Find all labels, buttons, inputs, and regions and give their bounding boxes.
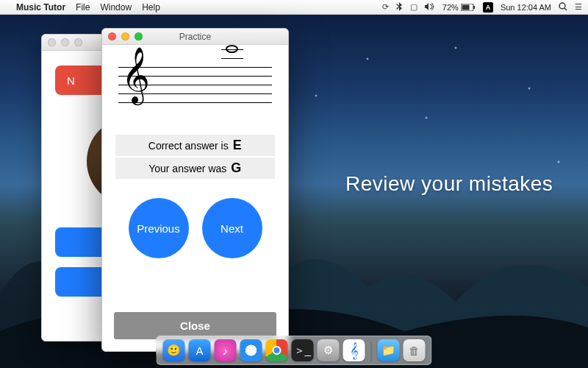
menu-help[interactable]: Help xyxy=(142,2,160,13)
dock-app-itunes[interactable]: ♪ xyxy=(215,339,237,361)
practice-window-titlebar[interactable]: Practice xyxy=(102,29,288,45)
gear-icon: ⚙ xyxy=(318,339,340,361)
svg-point-3 xyxy=(559,3,565,9)
spotlight-icon[interactable] xyxy=(559,2,567,13)
your-answer-value: G xyxy=(231,160,242,176)
macos-dock: 🙂 A ♪ ＞_ ⚙ 𝄞 📁 🗑 xyxy=(157,336,432,365)
appstore-icon: A xyxy=(189,339,211,361)
dock-app-chrome[interactable] xyxy=(266,339,288,361)
traffic-light-minimize[interactable] xyxy=(61,38,69,46)
app-menu[interactable]: Music Tutor xyxy=(16,2,65,13)
practice-window: Practice 𝄞 Correct answer is E Your answ… xyxy=(101,28,289,352)
dock-app-terminal[interactable]: ＞_ xyxy=(292,339,314,361)
menu-file[interactable]: File xyxy=(76,2,90,13)
notification-center-icon[interactable]: ☰ xyxy=(575,2,582,12)
terminal-icon: ＞_ xyxy=(292,339,314,361)
dock-app-musictutor[interactable]: 𝄞 xyxy=(343,339,365,361)
your-answer-row: Your answer was G xyxy=(115,158,275,179)
volume-icon[interactable] xyxy=(425,3,435,12)
traffic-light-zoom[interactable] xyxy=(74,38,82,46)
traffic-light-close[interactable] xyxy=(48,38,56,46)
marketing-tagline: Review your mistakes xyxy=(345,172,553,196)
svg-line-4 xyxy=(564,8,567,10)
airplay-icon[interactable]: ▢ xyxy=(410,2,417,12)
next-button[interactable]: Next xyxy=(202,198,262,258)
bluetooth-icon[interactable] xyxy=(396,2,403,13)
dock-app-sysprefs[interactable]: ⚙ xyxy=(318,339,340,361)
correct-answer-value: E xyxy=(233,138,243,153)
whole-note xyxy=(226,45,238,53)
input-source-indicator[interactable]: A xyxy=(483,2,493,13)
sync-icon[interactable]: ⟳ xyxy=(382,2,389,12)
music-staff-area: 𝄞 xyxy=(102,45,288,113)
previous-button-label: Previous xyxy=(137,222,179,235)
your-answer-label: Your answer was xyxy=(148,163,226,174)
battery-percent: 72% xyxy=(442,3,459,12)
main-red-button-label: N xyxy=(67,74,75,87)
traffic-light-zoom[interactable] xyxy=(135,32,143,40)
svg-rect-2 xyxy=(473,6,475,9)
close-button-label: Close xyxy=(180,319,210,332)
traffic-light-minimize[interactable] xyxy=(121,32,129,40)
correct-answer-label: Correct answer is xyxy=(148,140,229,152)
music-staff: 𝄞 xyxy=(118,57,272,108)
traffic-light-close[interactable] xyxy=(108,32,116,40)
folder-icon: 📁 xyxy=(378,339,400,361)
itunes-icon: ♪ xyxy=(215,339,237,361)
ledger-line xyxy=(221,58,243,59)
dock-app-finder[interactable]: 🙂 xyxy=(163,339,185,361)
dock-separator xyxy=(371,342,372,361)
answer-feedback: Correct answer is E Your answer was G xyxy=(115,135,275,180)
previous-button[interactable]: Previous xyxy=(129,198,189,258)
menubar-clock[interactable]: Sun 12:04 AM xyxy=(501,3,551,12)
finder-icon: 🙂 xyxy=(163,339,185,361)
trash-icon: 🗑 xyxy=(404,339,426,361)
correct-answer-row: Correct answer is E xyxy=(115,135,275,156)
dock-app-safari[interactable] xyxy=(240,339,262,361)
dock-app-appstore[interactable]: A xyxy=(189,339,211,361)
dock-downloads[interactable]: 📁 xyxy=(378,339,400,361)
treble-clef-icon: 𝄞 xyxy=(343,339,365,361)
macos-menubar: Music Tutor File Window Help ⟳ ▢ 72% A S… xyxy=(0,0,588,15)
menu-window[interactable]: Window xyxy=(100,2,132,13)
treble-clef-icon: 𝄞 xyxy=(121,51,150,99)
svg-rect-1 xyxy=(462,4,469,10)
dock-trash[interactable]: 🗑 xyxy=(404,339,426,361)
next-button-label: Next xyxy=(220,222,243,235)
battery-status[interactable]: 72% xyxy=(442,3,476,12)
